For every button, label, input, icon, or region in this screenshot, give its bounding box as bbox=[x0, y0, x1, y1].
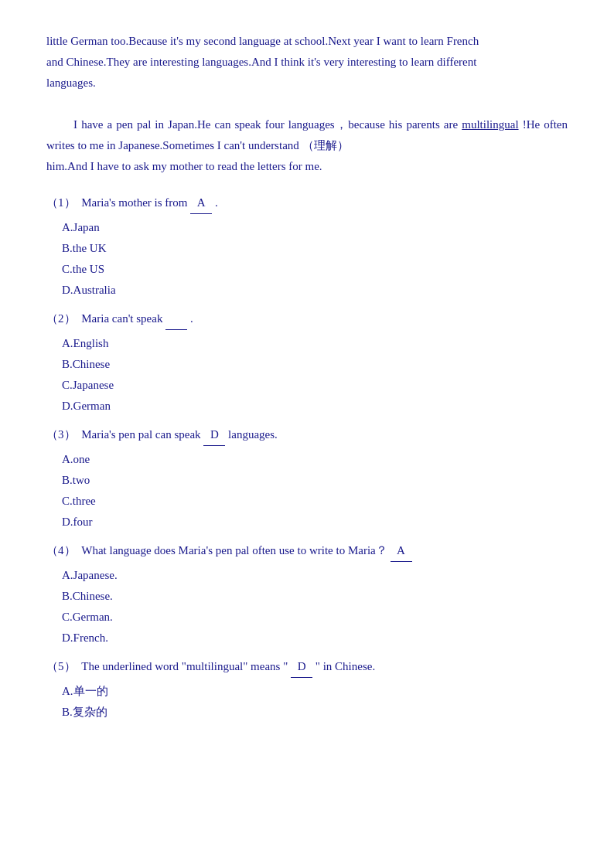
question-num-5: （5） bbox=[46, 660, 78, 672]
question-num-4: （4） bbox=[46, 544, 78, 557]
question-line-1: （1） Maria's mother is from A . bbox=[46, 192, 568, 214]
passage-paragraph2: I have a pen pal in Japan.He can speak f… bbox=[73, 118, 458, 131]
option-3-C: C.three bbox=[62, 491, 568, 512]
question-text-4: What language does Maria's pen pal often… bbox=[81, 544, 390, 557]
passage-line6: him.And I have to ask my mother to read … bbox=[46, 160, 322, 172]
option-5-B: B.复杂的 bbox=[62, 702, 568, 723]
option-2-D: D.German bbox=[62, 396, 568, 417]
option-2-A: A.English bbox=[62, 333, 568, 354]
question-blank-1: A bbox=[190, 192, 212, 214]
question-blank-2 bbox=[165, 308, 187, 330]
passage-line2: and Chinese.They are interesting languag… bbox=[46, 56, 476, 68]
option-2-C: C.Japanese bbox=[62, 375, 568, 396]
option-2-B: B.Chinese bbox=[62, 354, 568, 375]
option-3-A: A.one bbox=[62, 449, 568, 470]
question-3: （3） Maria's pen pal can speak D language… bbox=[46, 424, 568, 533]
question-num-2: （2） bbox=[46, 312, 78, 325]
question-suffix-2: . bbox=[187, 312, 193, 325]
question-blank-3: D bbox=[203, 424, 225, 446]
question-4: （4） What language does Maria's pen pal o… bbox=[46, 540, 568, 648]
question-text-2: Maria can't speak bbox=[81, 312, 165, 325]
question-line-2: （2） Maria can't speak . bbox=[46, 308, 568, 330]
multilingual-word: multilingual bbox=[462, 118, 518, 131]
question-suffix-5: " in Chinese. bbox=[312, 660, 375, 672]
passage-text: little German too.Because it's my second… bbox=[46, 31, 568, 177]
option-4-B: B.Chinese. bbox=[62, 586, 568, 607]
option-5-A: A.单一的 bbox=[62, 681, 568, 702]
option-1-C: C.the US bbox=[62, 259, 568, 280]
option-text: 复杂的 bbox=[73, 706, 107, 718]
option-label: B. bbox=[62, 706, 73, 718]
option-1-D: D.Australia bbox=[62, 280, 568, 301]
option-1-A: A.Japan bbox=[62, 217, 568, 238]
question-line-4: （4） What language does Maria's pen pal o… bbox=[46, 540, 568, 562]
option-1-B: B.the UK bbox=[62, 238, 568, 259]
question-num-3: （3） bbox=[46, 428, 78, 441]
question-2: （2） Maria can't speak .A.EnglishB.Chines… bbox=[46, 308, 568, 417]
questions-section: （1） Maria's mother is from A .A.JapanB.t… bbox=[46, 192, 568, 723]
question-blank-4: A bbox=[391, 540, 412, 562]
question-text-5: The underlined word "multilingual" means… bbox=[81, 660, 291, 672]
option-label: A. bbox=[62, 685, 73, 697]
question-num-1: （1） bbox=[46, 196, 78, 209]
question-text-1: Maria's mother is from bbox=[81, 196, 190, 209]
option-3-D: D.four bbox=[62, 512, 568, 533]
passage-line1: little German too.Because it's my second… bbox=[46, 35, 479, 47]
question-blank-5: D bbox=[291, 656, 312, 678]
option-4-D: D.French. bbox=[62, 628, 568, 648]
option-text: 单一的 bbox=[73, 685, 108, 697]
option-4-A: A.Japanese. bbox=[62, 565, 568, 586]
question-line-3: （3） Maria's pen pal can speak D language… bbox=[46, 424, 568, 446]
option-3-B: B.two bbox=[62, 470, 568, 491]
question-suffix-1: . bbox=[212, 196, 218, 209]
question-suffix-3: languages. bbox=[225, 428, 277, 441]
question-5: （5） The underlined word "multilingual" m… bbox=[46, 656, 568, 723]
question-line-5: （5） The underlined word "multilingual" m… bbox=[46, 656, 568, 678]
question-text-3: Maria's pen pal can speak bbox=[81, 428, 203, 441]
passage-line3: languages. bbox=[46, 77, 96, 89]
option-4-C: C.German. bbox=[62, 607, 568, 628]
question-1: （1） Maria's mother is from A .A.JapanB.t… bbox=[46, 192, 568, 301]
